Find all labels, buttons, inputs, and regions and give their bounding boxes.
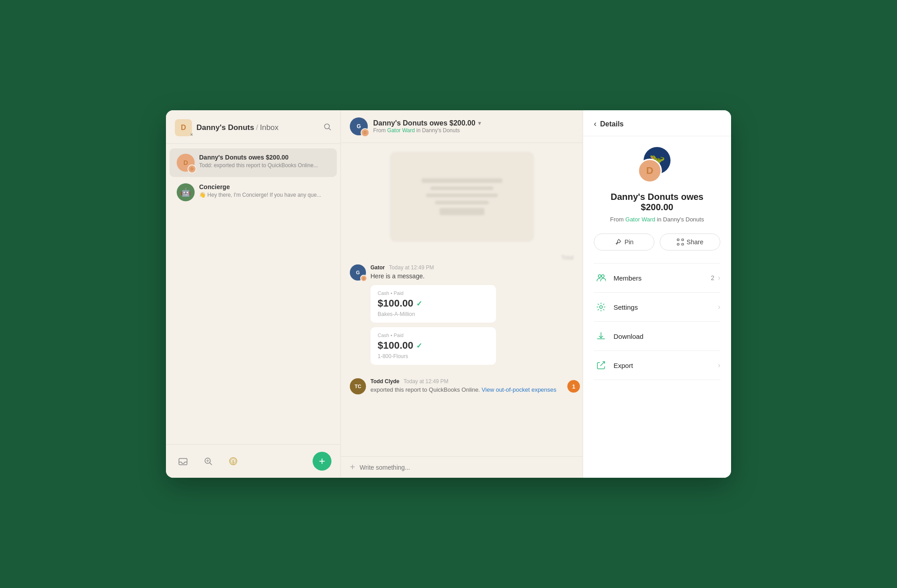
- inbox-nav-button[interactable]: [175, 453, 191, 469]
- expense-card[interactable]: Cash • Paid $100.00 ✓ 1-800-Flours: [370, 327, 496, 365]
- details-header: ‹ Details: [583, 110, 731, 136]
- avatar: D D: [177, 154, 195, 172]
- conversation-preview: Todd: exported this report to QuickBooks…: [199, 162, 330, 169]
- conversation-title: Concierge: [199, 183, 330, 190]
- section-name: Inbox: [260, 123, 279, 132]
- expense-label: Cash • Paid: [378, 333, 489, 338]
- coin-nav-button[interactable]: $: [225, 453, 241, 469]
- share-button[interactable]: Share: [660, 233, 720, 251]
- expense-card[interactable]: Cash • Paid $100.00 ✓ Bakes-A-Million: [370, 285, 496, 323]
- receipt-card: [390, 152, 534, 242]
- from-person-link[interactable]: Gator Ward: [387, 127, 415, 134]
- notification-badge: 1: [567, 380, 580, 393]
- share-icon: [677, 238, 684, 246]
- brand-logo: D: [175, 119, 192, 136]
- main-content: G D Danny's Donuts owes $200.00 ▾ From G…: [341, 110, 583, 478]
- compose-input[interactable]: [360, 464, 574, 471]
- svg-rect-2: [179, 458, 187, 465]
- compose-add-icon[interactable]: +: [350, 462, 355, 472]
- export-row[interactable]: Export ›: [594, 351, 720, 380]
- chevron-right-icon: ›: [718, 274, 720, 282]
- details-convo-title: Danny's Donuts owes $200.00: [594, 192, 720, 212]
- conversation-item[interactable]: D D Danny's Donuts owes $200.00 Todd: ex…: [170, 148, 337, 177]
- download-icon: [594, 329, 608, 343]
- download-label: Download: [614, 333, 720, 340]
- message-text: Here is a message.: [370, 272, 574, 280]
- total-label: Total: [350, 251, 574, 264]
- members-row[interactable]: Members 2 ›: [594, 264, 720, 293]
- expense-vendor: 1-800-Flours: [378, 353, 489, 359]
- chevron-right-icon: ›: [718, 361, 720, 369]
- conversation-list: D D Danny's Donuts owes $200.00 Todd: ex…: [166, 144, 340, 444]
- message-text: exported this report to QuickBooks Onlin…: [370, 386, 574, 393]
- details-from: From Gator Ward in Danny's Donuts: [594, 216, 720, 223]
- details-avatars: 🦖 D: [594, 147, 720, 183]
- conversation-content: Danny's Donuts owes $200.00 Todd: export…: [199, 154, 330, 169]
- app-window: D Danny's Donuts/Inbox D D Da: [166, 110, 731, 478]
- header-avatar: G D: [350, 117, 368, 135]
- svg-rect-10: [677, 239, 679, 241]
- sidebar: D Danny's Donuts/Inbox D D Da: [166, 110, 341, 478]
- details-section: Members 2 › Settings ›: [594, 263, 720, 380]
- message-body: Todd Clyde Today at 12:49 PM exported th…: [370, 378, 574, 394]
- back-button[interactable]: ‹: [594, 119, 597, 129]
- settings-row[interactable]: Settings ›: [594, 293, 720, 322]
- conversation-title: Danny's Donuts owes $200.00: [199, 154, 330, 161]
- svg-point-15: [601, 275, 604, 277]
- add-button[interactable]: +: [313, 452, 331, 471]
- receipt-preview: Total: [350, 152, 574, 264]
- sidebar-header: D Danny's Donuts/Inbox: [166, 110, 340, 144]
- svg-point-16: [600, 306, 602, 308]
- details-from-person[interactable]: Gator Ward: [625, 216, 655, 223]
- search-icon[interactable]: [323, 123, 331, 133]
- svg-rect-11: [682, 239, 684, 241]
- conversation-preview: 👋 Hey there, I'm Concierge! If you have …: [199, 192, 330, 198]
- check-icon: ✓: [416, 299, 422, 308]
- download-row[interactable]: Download: [594, 322, 720, 351]
- svg-text:$: $: [232, 459, 234, 464]
- message-group: TC Todd Clyde Today at 12:49 PM exported…: [350, 378, 574, 394]
- header-info: Danny's Donuts owes $200.00 ▾ From Gator…: [373, 119, 574, 134]
- members-label: Members: [614, 274, 711, 282]
- details-panel: ‹ Details 🦖 D Danny's Donuts owes $200.0…: [583, 110, 731, 478]
- conversation-item[interactable]: 🤖 Concierge 👋 Hey there, I'm Concierge! …: [170, 178, 337, 207]
- search-nav-button[interactable]: [200, 453, 216, 469]
- expense-amount: $100.00 ✓: [378, 340, 489, 351]
- expense-label: Cash • Paid: [378, 290, 489, 296]
- settings-icon: [594, 300, 608, 314]
- sidebar-bottom-nav: $ +: [166, 444, 340, 478]
- messages-area: Total G D Gator Today at 12:49 PM Here i…: [341, 143, 583, 456]
- details-panel-title: Details: [600, 120, 623, 128]
- expense-amount: $100.00 ✓: [378, 298, 489, 309]
- avatar-overlay: D: [187, 164, 196, 173]
- main-header-title: Danny's Donuts owes $200.00 ▾: [373, 119, 574, 127]
- check-icon: ✓: [416, 342, 422, 350]
- svg-line-1: [329, 128, 331, 130]
- expense-vendor: Bakes-A-Million: [378, 311, 489, 317]
- pin-button[interactable]: Pin: [594, 233, 654, 251]
- message-sender: Todd Clyde: [370, 378, 399, 385]
- message-avatar: G D: [350, 264, 366, 281]
- svg-rect-12: [682, 243, 684, 245]
- message-time: Today at 12:49 PM: [404, 378, 448, 385]
- detail-avatar-danny: D: [638, 159, 662, 183]
- details-actions: Pin Share: [594, 233, 720, 251]
- svg-point-0: [325, 124, 330, 129]
- svg-point-14: [598, 275, 601, 277]
- members-icon: [594, 271, 608, 285]
- export-label: Export: [614, 362, 718, 369]
- pin-icon: [614, 238, 622, 246]
- message-group: G D Gator Today at 12:49 PM Here is a me…: [350, 264, 574, 369]
- svg-line-4: [210, 463, 212, 465]
- view-expenses-link[interactable]: View out-of-pocket expenses: [482, 386, 557, 393]
- main-header-subtitle: From Gator Ward in Danny's Donuts: [373, 127, 574, 134]
- chevron-right-icon: ›: [718, 303, 720, 311]
- export-icon: [594, 358, 608, 372]
- message-time: Today at 12:49 PM: [389, 264, 434, 271]
- sidebar-title-area: D Danny's Donuts/Inbox: [175, 119, 279, 136]
- conversation-content: Concierge 👋 Hey there, I'm Concierge! If…: [199, 183, 330, 198]
- main-header: G D Danny's Donuts owes $200.00 ▾ From G…: [341, 110, 583, 143]
- sidebar-title: Danny's Donuts/Inbox: [196, 123, 279, 132]
- details-body: 🦖 D Danny's Donuts owes $200.00 From Gat…: [583, 136, 731, 478]
- brand-name: Danny's Donuts: [196, 123, 254, 132]
